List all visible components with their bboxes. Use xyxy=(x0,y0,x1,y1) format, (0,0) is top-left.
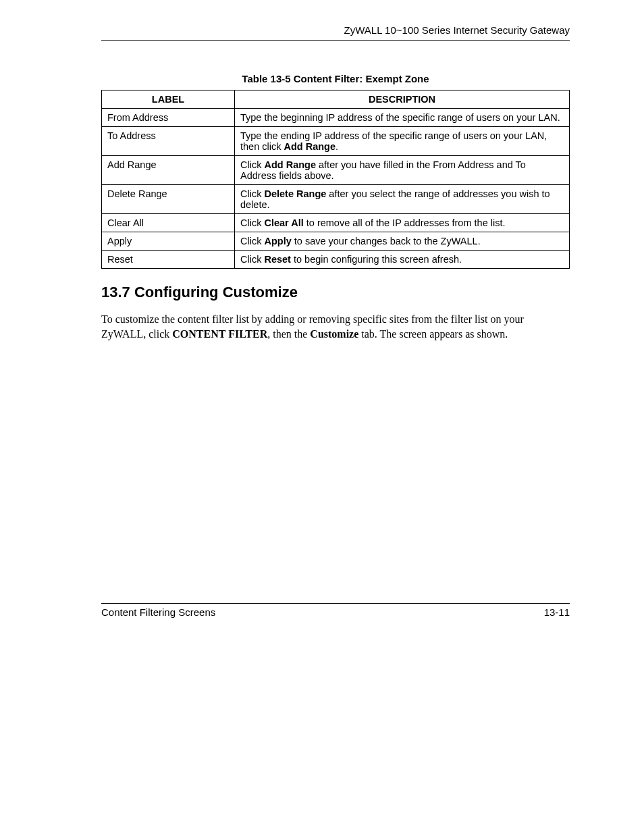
text: to save your changes back to the ZyWALL. xyxy=(292,236,481,246)
cell-description: Click Add Range after you have filled in… xyxy=(235,156,570,185)
table-row: Delete Range Click Delete Range after yo… xyxy=(102,185,570,214)
cell-label: To Address xyxy=(102,127,235,156)
cell-description: Click Delete Range after you select the … xyxy=(235,185,570,214)
text: , then the xyxy=(267,328,310,340)
table-row: From Address Type the beginning IP addre… xyxy=(102,109,570,127)
running-header: ZyWALL 10~100 Series Internet Security G… xyxy=(101,24,570,41)
cell-label: Delete Range xyxy=(102,185,235,214)
table-row: Apply Click Apply to save your changes b… xyxy=(102,232,570,251)
table-caption: Table 13-5 Content Filter: Exempt Zone xyxy=(101,73,570,84)
footer-right: 13-11 xyxy=(544,606,570,618)
bold-text: Clear All xyxy=(264,217,303,228)
text: Click xyxy=(240,188,264,199)
text: Type the beginning IP address of the spe… xyxy=(240,112,560,123)
exempt-zone-table: LABEL DESCRIPTION From Address Type the … xyxy=(101,90,570,269)
text: tab. The screen appears as shown. xyxy=(358,328,508,340)
bold-text: CONTENT FILTER xyxy=(172,328,267,340)
bold-text: Delete Range xyxy=(264,188,326,199)
table-row: Add Range Click Add Range after you have… xyxy=(102,156,570,185)
table-row: Clear All Click Clear All to remove all … xyxy=(102,214,570,232)
bold-text: Customize xyxy=(310,328,358,340)
cell-description: Type the ending IP address of the specif… xyxy=(235,127,570,156)
text: to remove all of the IP addresses from t… xyxy=(304,217,506,228)
cell-label: From Address xyxy=(102,109,235,127)
table-header-row: LABEL DESCRIPTION xyxy=(102,90,570,109)
page: ZyWALL 10~100 Series Internet Security G… xyxy=(0,0,644,834)
text: to begin configuring this screen afresh. xyxy=(291,254,462,265)
col-header-description: DESCRIPTION xyxy=(235,90,570,109)
bold-text: Reset xyxy=(264,254,291,265)
section-heading: 13.7 Configuring Customize xyxy=(101,284,570,301)
text: Click xyxy=(240,236,264,246)
page-footer: Content Filtering Screens 13-11 xyxy=(101,603,570,618)
cell-label: Add Range xyxy=(102,156,235,185)
cell-label: Apply xyxy=(102,232,235,251)
bold-text: Apply xyxy=(264,236,291,246)
cell-label: Reset xyxy=(102,251,235,269)
cell-label: Clear All xyxy=(102,214,235,232)
text: Click xyxy=(240,159,264,170)
bold-text: Add Range xyxy=(264,159,316,170)
table-row: Reset Click Reset to begin configuring t… xyxy=(102,251,570,269)
cell-description: Click Reset to begin configuring this sc… xyxy=(235,251,570,269)
text: Click xyxy=(240,254,264,265)
cell-description: Click Apply to save your changes back to… xyxy=(235,232,570,251)
footer-left: Content Filtering Screens xyxy=(101,606,215,618)
section-paragraph: To customize the content filter list by … xyxy=(101,312,570,341)
cell-description: Type the beginning IP address of the spe… xyxy=(235,109,570,127)
cell-description: Click Clear All to remove all of the IP … xyxy=(235,214,570,232)
text: . xyxy=(336,141,338,152)
table-row: To Address Type the ending IP address of… xyxy=(102,127,570,156)
col-header-label: LABEL xyxy=(102,90,235,109)
text: Click xyxy=(240,217,264,228)
bold-text: Add Range xyxy=(284,141,336,152)
